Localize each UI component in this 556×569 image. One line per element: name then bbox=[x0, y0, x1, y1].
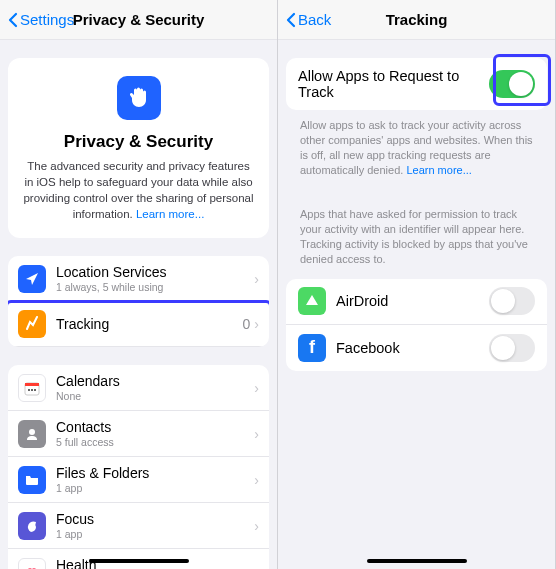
row-label: Tracking bbox=[56, 316, 243, 332]
svg-point-2 bbox=[28, 389, 30, 391]
navbar: Settings Privacy & Security bbox=[0, 0, 277, 40]
row-subtitle: 1 app bbox=[56, 482, 254, 494]
app-toggle[interactable] bbox=[489, 287, 535, 315]
row-subtitle: 1 app bbox=[56, 528, 254, 540]
app-toggle[interactable] bbox=[489, 334, 535, 362]
tracking-icon bbox=[18, 310, 46, 338]
chevron-right-icon: › bbox=[254, 316, 259, 332]
tracking-screen: Back Tracking Allow Apps to Request to T… bbox=[278, 0, 556, 569]
row-label: Contacts bbox=[56, 419, 254, 435]
chevron-right-icon: › bbox=[254, 518, 259, 534]
page-title: Tracking bbox=[328, 11, 505, 28]
apps-group: AirDroid f Facebook bbox=[286, 279, 547, 371]
allow-tracking-footer: Allow apps to ask to track your activity… bbox=[286, 110, 547, 181]
hero-description: The advanced security and privacy featur… bbox=[22, 158, 255, 222]
chevron-right-icon: › bbox=[254, 271, 259, 287]
contacts-row[interactable]: Contacts 5 full access › bbox=[8, 411, 269, 457]
row-detail: 0 bbox=[243, 316, 251, 332]
home-indicator[interactable] bbox=[367, 559, 467, 563]
allow-tracking-row: Allow Apps to Request to Track bbox=[286, 58, 547, 110]
learn-more-link[interactable]: Learn more... bbox=[136, 208, 204, 220]
chevron-left-icon bbox=[8, 12, 18, 28]
health-icon bbox=[18, 558, 46, 569]
app-row-airdroid: AirDroid bbox=[286, 279, 547, 325]
settings-group-2: Calendars None › Contacts 5 full access … bbox=[8, 365, 269, 569]
app-label: Facebook bbox=[336, 340, 489, 356]
chevron-left-icon bbox=[286, 12, 296, 28]
folder-icon bbox=[18, 466, 46, 494]
back-label: Settings bbox=[20, 11, 74, 28]
chevron-right-icon: › bbox=[254, 380, 259, 396]
contacts-icon bbox=[18, 420, 46, 448]
chevron-right-icon: › bbox=[254, 564, 259, 569]
chevron-right-icon: › bbox=[254, 426, 259, 442]
row-subtitle: None bbox=[56, 390, 254, 402]
facebook-icon: f bbox=[298, 334, 326, 362]
calendars-row[interactable]: Calendars None › bbox=[8, 365, 269, 411]
svg-point-5 bbox=[29, 429, 35, 435]
svg-point-3 bbox=[31, 389, 33, 391]
allow-tracking-toggle[interactable] bbox=[489, 70, 535, 98]
learn-more-link[interactable]: Learn more... bbox=[406, 164, 471, 176]
row-label: Calendars bbox=[56, 373, 254, 389]
app-row-facebook: f Facebook bbox=[286, 325, 547, 371]
navbar: Back Tracking bbox=[278, 0, 555, 40]
row-label: Location Services bbox=[56, 264, 254, 280]
back-button[interactable]: Back bbox=[286, 11, 331, 28]
focus-icon bbox=[18, 512, 46, 540]
apps-footer: Apps that have asked for permission to t… bbox=[286, 199, 547, 270]
privacy-security-screen: Settings Privacy & Security Privacy & Se… bbox=[0, 0, 278, 569]
airdroid-icon bbox=[298, 287, 326, 315]
settings-group-1: Location Services 1 always, 5 while usin… bbox=[8, 256, 269, 347]
svg-rect-1 bbox=[25, 383, 39, 386]
row-label: Focus bbox=[56, 511, 254, 527]
hand-icon bbox=[117, 76, 161, 120]
back-button[interactable]: Settings bbox=[8, 11, 74, 28]
calendar-icon bbox=[18, 374, 46, 402]
location-services-row[interactable]: Location Services 1 always, 5 while usin… bbox=[8, 256, 269, 302]
tracking-row[interactable]: Tracking 0 › bbox=[8, 302, 269, 347]
location-icon bbox=[18, 265, 46, 293]
files-folders-row[interactable]: Files & Folders 1 app › bbox=[8, 457, 269, 503]
hero-title: Privacy & Security bbox=[22, 132, 255, 152]
allow-tracking-label: Allow Apps to Request to Track bbox=[298, 68, 489, 100]
row-label: Files & Folders bbox=[56, 465, 254, 481]
row-subtitle: 5 full access bbox=[56, 436, 254, 448]
home-indicator[interactable] bbox=[89, 559, 189, 563]
app-label: AirDroid bbox=[336, 293, 489, 309]
focus-row[interactable]: Focus 1 app › bbox=[8, 503, 269, 549]
svg-point-4 bbox=[34, 389, 36, 391]
hero-card: Privacy & Security The advanced security… bbox=[8, 58, 269, 238]
chevron-right-icon: › bbox=[254, 472, 259, 488]
back-label: Back bbox=[298, 11, 331, 28]
row-subtitle: 1 always, 5 while using bbox=[56, 281, 254, 293]
